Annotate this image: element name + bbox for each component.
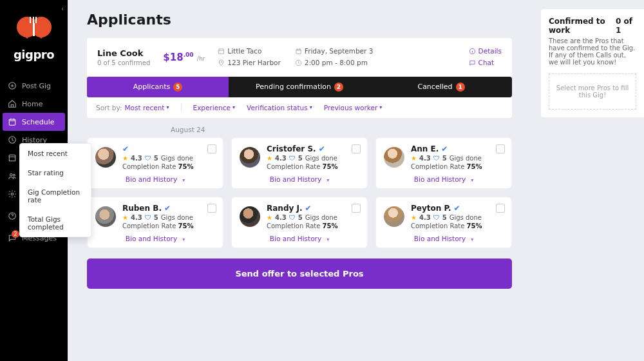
collapse-icon[interactable]: ‹ xyxy=(61,5,64,12)
gig-address: 123 Pier Harbor xyxy=(227,57,281,69)
sort-label: Sort by: xyxy=(96,104,122,112)
tab-count: 1 xyxy=(456,83,465,92)
chevron-down-icon: ▾ xyxy=(471,237,473,242)
bio-toggle[interactable]: Bio and History▾ xyxy=(240,175,359,183)
applicant-card: Randy J. ✔★ 4.3 🛡 5 Gigs doneCompletion … xyxy=(231,197,368,248)
storefront-icon xyxy=(8,153,17,162)
select-checkbox[interactable] xyxy=(352,204,361,213)
nav-schedule[interactable]: Schedule xyxy=(3,113,65,131)
storefront-icon xyxy=(218,48,225,55)
main-content: Applicants Line Cook 0 of 5 confirmed $1… xyxy=(68,0,531,361)
star-icon: ★ xyxy=(122,214,128,221)
send-offer-button[interactable]: Send offer to selected Pros xyxy=(87,259,512,289)
nav-label: Schedule xyxy=(22,118,55,126)
select-checkbox[interactable] xyxy=(207,144,216,153)
sort-option[interactable]: Star rating xyxy=(20,163,91,182)
svg-rect-10 xyxy=(296,50,301,54)
completion-rate: Completion Rate 75% xyxy=(122,222,194,229)
avatar xyxy=(240,206,260,227)
star-icon: ★ xyxy=(122,155,128,162)
sort-option[interactable]: Most recent xyxy=(20,144,91,163)
info-icon xyxy=(469,48,476,55)
chevron-down-icon: ▾ xyxy=(327,237,329,242)
select-checkbox[interactable] xyxy=(496,204,505,213)
applicant-name: Cristofer S. ✔ xyxy=(267,144,338,153)
chevron-down-icon: ▾ xyxy=(182,237,185,242)
bio-toggle[interactable]: Bio and History▾ xyxy=(384,175,504,183)
nav-post-gig[interactable]: Post Gig xyxy=(0,77,68,95)
nav-home[interactable]: Home xyxy=(0,95,68,113)
nav-badge: 2 xyxy=(12,230,19,238)
chevron-down-icon: ▾ xyxy=(166,104,169,110)
bio-toggle[interactable]: Bio and History▾ xyxy=(240,235,359,242)
applicant-name: Peyton P. ✔ xyxy=(411,204,482,213)
confirmed-cta[interactable]: Select more Pros to fill this Gig! xyxy=(549,73,636,110)
select-checkbox[interactable] xyxy=(207,204,216,213)
nav-label: Post Gig xyxy=(22,82,51,90)
pin-icon xyxy=(218,59,225,66)
clock-icon xyxy=(8,135,17,144)
gig-role: Line Cook xyxy=(97,48,150,58)
gig-date: Friday, September 3 xyxy=(305,46,374,57)
shield-icon: 🛡 xyxy=(145,214,151,221)
question-icon xyxy=(8,211,17,220)
shield-icon: 🛡 xyxy=(145,155,151,162)
gig-time: 2:00 pm - 8:00 pm xyxy=(305,57,368,69)
applicant-card: Ann E. ✔★ 4.3 🛡 5 Gigs doneCompletion Ra… xyxy=(375,137,512,189)
gig-rate: $18.00 /hr xyxy=(163,52,205,63)
gear-icon xyxy=(8,190,17,199)
shield-icon: 🛡 xyxy=(433,155,440,162)
applicant-stats: ★ 4.3 🛡 5 Gigs done xyxy=(267,155,338,162)
applicant-grid: ✔★ 4.3 🛡 5 Gigs doneCompletion Rate 75%B… xyxy=(87,137,512,248)
applicant-stats: ★ 4.3 🛡 5 Gigs done xyxy=(411,155,482,162)
tabs: Applicants5Pending confirmation2Cancelle… xyxy=(87,77,512,97)
completion-rate: Completion Rate 75% xyxy=(267,222,338,229)
filter-experience[interactable]: Experience ▾ xyxy=(193,104,236,112)
completion-rate: Completion Rate 75% xyxy=(411,222,482,229)
confirmed-desc: These are the Pros that have confirmed t… xyxy=(549,37,636,66)
svg-point-5 xyxy=(13,174,15,176)
svg-point-6 xyxy=(11,193,14,195)
avatar xyxy=(240,147,260,168)
filter-previous-worker[interactable]: Previous worker ▾ xyxy=(324,104,383,112)
tab-applicants[interactable]: Applicants5 xyxy=(87,77,229,97)
verified-icon: ✔ xyxy=(441,144,448,153)
applicant-stats: ★ 4.3 🛡 5 Gigs done xyxy=(411,214,482,221)
sort-dropdown-trigger[interactable]: Most recent ▾ xyxy=(125,104,169,112)
calendar-icon xyxy=(8,117,17,126)
home-icon xyxy=(8,99,17,108)
applicant-card: Ruben B. ✔★ 4.3 🛡 5 Gigs doneCompletion … xyxy=(87,197,223,248)
confirmed-title: Confirmed to work xyxy=(549,17,616,35)
sort-option[interactable]: Total Gigs completed xyxy=(20,210,91,237)
details-link[interactable]: Details xyxy=(469,46,502,57)
applicant-name: Randy J. ✔ xyxy=(267,204,338,213)
applicant-name: Ruben B. ✔ xyxy=(122,204,194,213)
completion-rate: Completion Rate 75% xyxy=(122,163,194,170)
verified-icon: ✔ xyxy=(319,144,325,153)
gig-venue: Little Taco xyxy=(227,46,261,57)
tab-count: 5 xyxy=(173,83,182,92)
applicant-name: ✔ xyxy=(122,144,194,153)
filter-bar: Sort by: Most recent ▾ Experience ▾ Veri… xyxy=(87,97,512,118)
bio-toggle[interactable]: Bio and History▾ xyxy=(95,175,215,183)
verified-icon: ✔ xyxy=(122,144,129,153)
svg-rect-1 xyxy=(9,119,15,125)
brand-logo[interactable]: gigpro xyxy=(0,0,68,73)
tab-cancelled[interactable]: Cancelled1 xyxy=(370,77,512,97)
bio-toggle[interactable]: Bio and History▾ xyxy=(95,235,215,242)
filter-verification[interactable]: Verification status ▾ xyxy=(247,104,312,112)
tab-pending-confirmation[interactable]: Pending confirmation2 xyxy=(229,77,370,97)
completion-rate: Completion Rate 75% xyxy=(411,163,482,170)
sort-option[interactable]: Gig Completion rate xyxy=(20,182,91,210)
applicant-card: Cristofer S. ✔★ 4.3 🛡 5 Gigs doneComplet… xyxy=(231,137,368,189)
chat-link[interactable]: Chat xyxy=(469,57,502,69)
completion-rate: Completion Rate 75% xyxy=(267,163,338,170)
select-checkbox[interactable] xyxy=(352,144,361,153)
applicant-name: Ann E. ✔ xyxy=(411,144,482,153)
svg-point-4 xyxy=(10,174,13,177)
confirmed-panel: Confirmed to work 0 of 1 These are the P… xyxy=(541,9,644,117)
select-checkbox[interactable] xyxy=(496,144,505,153)
chevron-down-icon: ▾ xyxy=(471,177,473,183)
svg-rect-3 xyxy=(9,157,15,161)
bio-toggle[interactable]: Bio and History▾ xyxy=(384,235,504,242)
